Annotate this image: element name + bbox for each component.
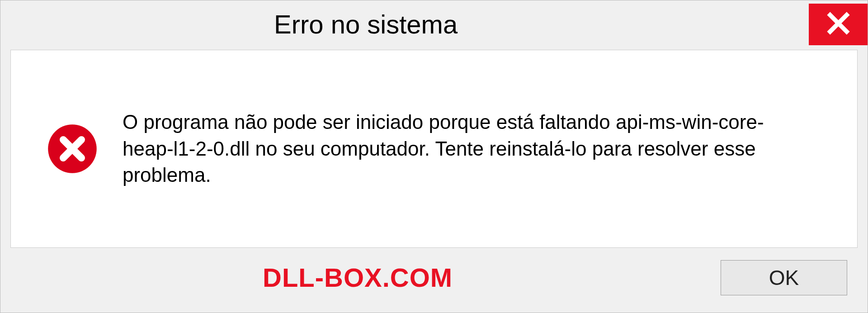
- dialog-content: O programa não pode ser iniciado porque …: [10, 50, 858, 248]
- close-icon: [826, 11, 851, 38]
- close-button[interactable]: [809, 4, 868, 45]
- error-icon: [47, 123, 98, 174]
- error-dialog: Erro no sistema O programa não pode ser …: [0, 0, 868, 313]
- ok-button[interactable]: OK: [721, 260, 847, 295]
- error-message: O programa não pode ser iniciado porque …: [123, 109, 814, 189]
- ok-button-label: OK: [769, 266, 799, 290]
- dialog-title: Erro no sistema: [0, 9, 458, 39]
- title-bar: Erro no sistema: [0, 0, 868, 48]
- watermark-label: DLL-BOX.COM: [21, 262, 453, 293]
- dialog-footer: DLL-BOX.COM OK: [0, 254, 868, 313]
